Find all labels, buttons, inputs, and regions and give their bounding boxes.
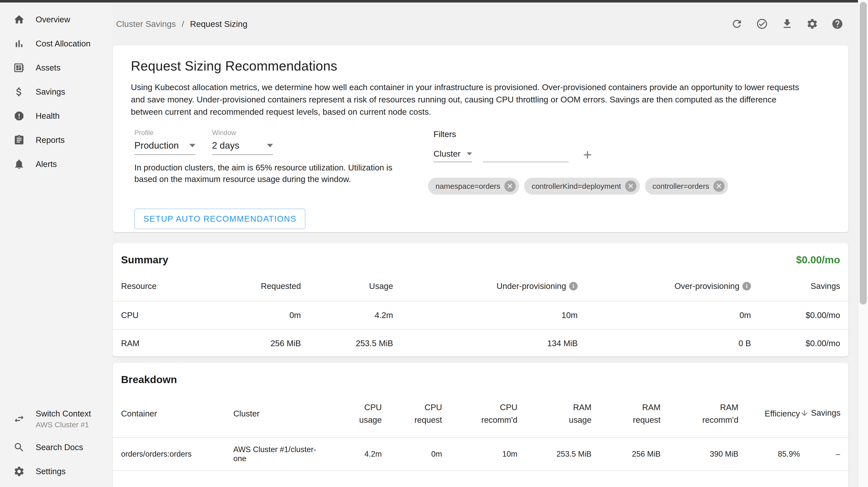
summary-total-savings: $0.00/mo bbox=[796, 254, 840, 266]
col-resource: Resource bbox=[113, 268, 193, 301]
filter-chip: controllerKind=deployment ✕ bbox=[524, 178, 640, 195]
table-row[interactable]: orders/orders:orders AWS Cluster #1/clus… bbox=[113, 437, 848, 471]
download-icon[interactable] bbox=[781, 17, 794, 30]
filter-type-select[interactable]: Cluster bbox=[434, 149, 472, 162]
filters-label: Filters bbox=[434, 130, 830, 139]
switch-context-label: Switch Context bbox=[36, 409, 91, 419]
filter-chip-label: controllerKind=deployment bbox=[532, 182, 621, 191]
cell: 256 MiB bbox=[591, 437, 660, 471]
breadcrumb-parent[interactable]: Cluster Savings bbox=[116, 19, 176, 29]
sidebar-item-cost-allocation[interactable]: Cost Allocation bbox=[0, 32, 113, 56]
page-title: Request Sizing Recommendations bbox=[131, 58, 830, 73]
cell: RAM bbox=[113, 329, 193, 357]
profile-label: Profile bbox=[134, 129, 195, 137]
breakdown-header-row: Container Cluster CPUusage CPUrequest CP… bbox=[113, 388, 848, 437]
filter-value-input[interactable] bbox=[483, 149, 569, 162]
header-actions bbox=[731, 17, 844, 30]
close-icon[interactable]: ✕ bbox=[504, 181, 516, 192]
sidebar: Overview Cost Allocation Assets Savings … bbox=[0, 2, 113, 487]
cell: 256 MiB bbox=[193, 329, 301, 357]
current-context-label: AWS Cluster #1 bbox=[36, 420, 91, 429]
help-icon[interactable] bbox=[831, 17, 844, 30]
summary-title: Summary bbox=[121, 254, 168, 266]
breadcrumb-separator: / bbox=[178, 19, 188, 29]
sidebar-item-health[interactable]: Health bbox=[0, 104, 113, 128]
summary-header-row: Resource Requested Usage Under-provision… bbox=[113, 268, 848, 301]
filter-type-value: Cluster bbox=[434, 149, 461, 159]
scrollbar-thumb[interactable] bbox=[860, 2, 867, 304]
breakdown-table: Container Cluster CPUusage CPUrequest CP… bbox=[113, 388, 848, 471]
col-over-provisioning: Over-provisioningi bbox=[578, 268, 751, 301]
main-content: Cluster Savings / Request Sizing Request… bbox=[113, 2, 858, 487]
sidebar-item-label: Alerts bbox=[36, 159, 57, 169]
refresh-icon[interactable] bbox=[731, 17, 743, 30]
summary-table: Resource Requested Usage Under-provision… bbox=[113, 268, 848, 357]
cell: 0 B bbox=[578, 329, 751, 357]
sidebar-item-overview[interactable]: Overview bbox=[0, 7, 113, 32]
sidebar-item-search-docs[interactable]: Search Docs bbox=[0, 435, 113, 459]
scrollbar-track[interactable] bbox=[858, 0, 868, 487]
window-value: 2 days bbox=[212, 140, 239, 151]
add-filter-button[interactable] bbox=[581, 148, 594, 162]
col-usage: Usage bbox=[301, 268, 393, 301]
clipboard-icon bbox=[13, 134, 25, 146]
col-cpu-usage: CPUusage bbox=[344, 388, 382, 437]
profile-helper-text: In production clusters, the aim is 65% r… bbox=[134, 162, 406, 185]
cell: $0.00/mo bbox=[751, 301, 848, 329]
request-sizing-card: Request Sizing Recommendations Using Kub… bbox=[113, 45, 848, 232]
close-icon[interactable]: ✕ bbox=[713, 181, 724, 192]
cell: 253.5 MiB bbox=[301, 329, 393, 357]
filter-chips: namespace=orders ✕ controllerKind=deploy… bbox=[428, 178, 830, 195]
cell: 4.2m bbox=[301, 301, 393, 329]
cell: 253.5 MiB bbox=[517, 437, 591, 471]
profile-select[interactable]: Production bbox=[134, 140, 195, 155]
sidebar-item-savings[interactable]: Savings bbox=[0, 80, 113, 104]
cell: 0m bbox=[578, 301, 751, 329]
col-savings-sort[interactable]: Savings bbox=[800, 388, 848, 437]
info-icon[interactable]: i bbox=[742, 282, 751, 290]
cell: 134 MiB bbox=[393, 329, 578, 357]
search-docs-label: Search Docs bbox=[36, 443, 83, 452]
col-savings: Savings bbox=[751, 268, 848, 301]
sidebar-item-alerts[interactable]: Alerts bbox=[0, 152, 113, 176]
close-icon[interactable]: ✕ bbox=[625, 181, 637, 192]
cell-cluster: AWS Cluster #1/cluster-one bbox=[233, 437, 344, 471]
sidebar-item-label: Overview bbox=[36, 15, 70, 24]
cell: – bbox=[800, 437, 848, 471]
arrow-down-icon bbox=[800, 409, 809, 418]
sidebar-item-label: Savings bbox=[36, 87, 65, 97]
cell: 0m bbox=[382, 437, 442, 471]
sidebar-item-reports[interactable]: Reports bbox=[0, 128, 113, 152]
breadcrumb: Cluster Savings / Request Sizing bbox=[116, 19, 247, 29]
col-cpu-recommended: CPUrecomm'd bbox=[442, 388, 517, 437]
sidebar-item-switch-context[interactable]: Switch Context AWS Cluster #1 bbox=[0, 403, 113, 435]
cell: $0.00/mo bbox=[751, 329, 848, 357]
col-requested: Requested bbox=[193, 268, 301, 301]
check-circle-icon[interactable] bbox=[755, 17, 769, 30]
chevron-down-icon bbox=[189, 144, 195, 148]
window-select[interactable]: 2 days bbox=[212, 140, 273, 155]
breakdown-card: Breakdown Container Cluster CPUusage CPU… bbox=[113, 363, 848, 487]
bar-chart-icon bbox=[13, 38, 25, 50]
window-label: Window bbox=[212, 129, 273, 137]
col-efficiency: Efficiency bbox=[738, 388, 800, 437]
sidebar-item-assets[interactable]: Assets bbox=[0, 56, 113, 80]
setup-auto-recommendations-button[interactable]: SETUP AUTO RECOMMENDATIONS bbox=[134, 208, 305, 229]
sidebar-item-settings[interactable]: Settings bbox=[0, 459, 113, 484]
sidebar-item-label: Health bbox=[36, 111, 60, 121]
cell: 0m bbox=[193, 301, 301, 329]
info-icon[interactable]: i bbox=[569, 282, 578, 290]
cell: 4.2m bbox=[344, 437, 382, 471]
breakdown-title: Breakdown bbox=[121, 374, 177, 386]
cell: 85.9% bbox=[738, 437, 800, 471]
sidebar-item-label: Reports bbox=[36, 135, 65, 145]
col-cpu-request: CPUrequest bbox=[382, 388, 442, 437]
dollar-icon bbox=[13, 86, 25, 98]
filter-chip-label: namespace=orders bbox=[435, 182, 500, 191]
filter-chip-label: controller=orders bbox=[652, 182, 709, 191]
gear-icon[interactable] bbox=[806, 17, 819, 30]
chevron-down-icon bbox=[467, 152, 472, 155]
table-row-cpu: CPU 0m 4.2m 10m 0m $0.00/mo bbox=[113, 301, 848, 329]
cell: CPU bbox=[113, 301, 193, 329]
breadcrumb-current: Request Sizing bbox=[190, 19, 247, 29]
